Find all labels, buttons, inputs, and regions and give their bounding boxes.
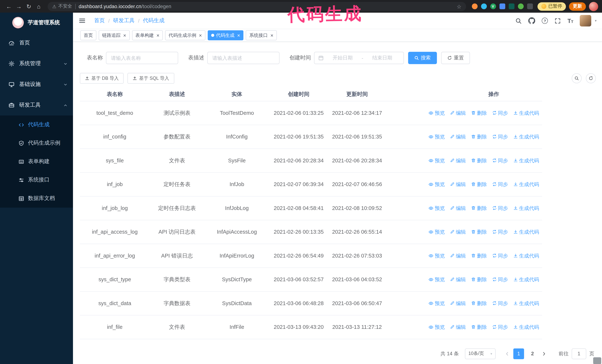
generate-code-link[interactable]: 生成代码 bbox=[513, 228, 539, 236]
tab[interactable]: 首页 bbox=[80, 30, 96, 40]
prev-page-button[interactable] bbox=[503, 348, 512, 359]
import-db-button[interactable]: 基于 DB 导入 bbox=[80, 73, 124, 84]
breadcrumb-home[interactable]: 首页 bbox=[94, 17, 105, 24]
sync-link[interactable]: 同步 bbox=[492, 323, 508, 332]
github-icon[interactable] bbox=[528, 17, 535, 24]
help-icon[interactable]: ? bbox=[542, 18, 548, 24]
edit-link[interactable]: 编辑 bbox=[450, 299, 466, 308]
edit-link[interactable]: 编辑 bbox=[450, 180, 466, 189]
fullscreen-icon[interactable] bbox=[554, 17, 561, 24]
table-desc-input[interactable] bbox=[207, 52, 280, 64]
generate-code-link[interactable]: 生成代码 bbox=[513, 204, 539, 213]
delete-link[interactable]: 删除 bbox=[471, 275, 487, 284]
delete-link[interactable]: 删除 bbox=[471, 108, 487, 117]
tab[interactable]: 系统接口 × bbox=[246, 30, 277, 40]
edit-link[interactable]: 编辑 bbox=[450, 204, 466, 213]
delete-link[interactable]: 删除 bbox=[471, 156, 487, 165]
sidebar-item-system[interactable]: 系统管理 bbox=[0, 53, 73, 74]
sidebar-item-db-doc[interactable]: 数据库文档 bbox=[0, 189, 73, 208]
tab[interactable]: 表单构建 × bbox=[132, 30, 163, 40]
tab[interactable]: 链路追踪 × bbox=[99, 30, 130, 40]
goto-page-input[interactable] bbox=[572, 348, 586, 359]
generate-code-link[interactable]: 生成代码 bbox=[513, 275, 539, 284]
delete-link[interactable]: 删除 bbox=[471, 323, 487, 332]
tab-close-icon[interactable]: × bbox=[270, 33, 273, 38]
table-name-input[interactable] bbox=[106, 52, 178, 64]
sidebar-item-devtools[interactable]: 研发工具 bbox=[0, 95, 73, 115]
edit-link[interactable]: 编辑 bbox=[450, 156, 466, 165]
preview-link[interactable]: 预览 bbox=[429, 275, 445, 284]
extension-icon-6[interactable] bbox=[517, 2, 524, 10]
generate-code-link[interactable]: 生成代码 bbox=[513, 323, 539, 332]
floating-widget[interactable] bbox=[593, 357, 601, 364]
sync-link[interactable]: 同步 bbox=[492, 156, 508, 165]
extension-icon-4[interactable] bbox=[498, 2, 506, 10]
sidebar-item-codegen[interactable]: 代码生成 bbox=[0, 115, 73, 134]
sync-link[interactable]: 同步 bbox=[492, 204, 508, 213]
edit-link[interactable]: 编辑 bbox=[450, 228, 466, 236]
preview-link[interactable]: 预览 bbox=[429, 251, 445, 260]
preview-link[interactable]: 预览 bbox=[429, 299, 445, 308]
sidebar-item-home[interactable]: 首页 bbox=[0, 32, 73, 53]
extension-icon-2[interactable] bbox=[480, 2, 487, 10]
date-range-picker[interactable]: 开始日期 - 结束日期 bbox=[314, 52, 404, 64]
tab[interactable]: 代码生成示例 × bbox=[165, 30, 205, 40]
generate-code-link[interactable]: 生成代码 bbox=[513, 132, 539, 141]
hamburger-icon[interactable] bbox=[79, 17, 86, 24]
sidebar-item-codegen-example[interactable]: 代码生成示例 bbox=[0, 134, 73, 152]
tab-close-icon[interactable]: × bbox=[157, 33, 160, 38]
browser-profile-avatar[interactable] bbox=[589, 2, 598, 11]
sync-link[interactable]: 同步 bbox=[492, 180, 508, 189]
preview-link[interactable]: 预览 bbox=[429, 180, 445, 189]
delete-link[interactable]: 删除 bbox=[471, 228, 487, 236]
edit-link[interactable]: 编辑 bbox=[450, 275, 466, 284]
preview-link[interactable]: 预览 bbox=[429, 156, 445, 165]
extension-icon-1[interactable] bbox=[471, 2, 478, 10]
import-sql-button[interactable]: 基于 SQL 导入 bbox=[128, 73, 174, 84]
delete-link[interactable]: 删除 bbox=[471, 180, 487, 189]
generate-code-link[interactable]: 生成代码 bbox=[513, 156, 539, 165]
reset-button[interactable]: 重置 bbox=[441, 52, 470, 64]
preview-link[interactable]: 预览 bbox=[429, 228, 445, 236]
address-bar[interactable]: ⚠ 不安全 dashboard.yudao.iocoder.cn/tool/co… bbox=[48, 2, 466, 11]
extension-icon-5[interactable] bbox=[507, 2, 515, 10]
delete-link[interactable]: 删除 bbox=[471, 204, 487, 213]
extension-puzzle-icon[interactable] bbox=[526, 2, 534, 10]
tab-close-icon[interactable]: × bbox=[123, 33, 126, 38]
breadcrumb-devtools[interactable]: 研发工具 bbox=[113, 17, 135, 24]
back-icon[interactable]: ← bbox=[4, 1, 14, 11]
refresh-table-button[interactable] bbox=[586, 73, 596, 83]
delete-link[interactable]: 删除 bbox=[471, 299, 487, 308]
sidebar-item-infra[interactable]: 基础设施 bbox=[0, 74, 73, 95]
caret-down-icon[interactable]: ▾ bbox=[595, 19, 597, 23]
sync-link[interactable]: 同步 bbox=[492, 228, 508, 236]
tab[interactable]: 代码生成 × bbox=[208, 30, 244, 40]
tab-close-icon[interactable]: × bbox=[199, 33, 202, 38]
search-icon[interactable] bbox=[515, 17, 522, 24]
delete-link[interactable]: 删除 bbox=[471, 251, 487, 260]
tab-close-icon[interactable]: × bbox=[237, 33, 240, 38]
bookmark-star-icon[interactable]: ☆ bbox=[457, 3, 462, 10]
home-icon[interactable]: ⌂ bbox=[34, 1, 44, 11]
preview-link[interactable]: 预览 bbox=[429, 204, 445, 213]
next-page-button[interactable] bbox=[539, 348, 549, 359]
sidebar-item-form-builder[interactable]: 表单构建 bbox=[0, 152, 73, 171]
preview-link[interactable]: 预览 bbox=[429, 108, 445, 117]
sync-link[interactable]: 同步 bbox=[492, 275, 508, 284]
preview-link[interactable]: 预览 bbox=[429, 323, 445, 332]
forward-icon[interactable]: → bbox=[14, 1, 24, 11]
font-size-icon[interactable]: TT bbox=[568, 18, 573, 23]
generate-code-link[interactable]: 生成代码 bbox=[513, 299, 539, 308]
paused-badge[interactable]: 已暂停 bbox=[538, 2, 566, 10]
search-button[interactable]: 搜索 bbox=[408, 52, 437, 64]
delete-link[interactable]: 删除 bbox=[471, 132, 487, 141]
reload-icon[interactable]: ↻ bbox=[24, 1, 34, 11]
toggle-search-button[interactable] bbox=[572, 73, 582, 83]
sync-link[interactable]: 同步 bbox=[492, 251, 508, 260]
sync-link[interactable]: 同步 bbox=[492, 108, 508, 117]
sidebar-item-api[interactable]: 系统接口 bbox=[0, 171, 73, 189]
preview-link[interactable]: 预览 bbox=[429, 132, 445, 141]
generate-code-link[interactable]: 生成代码 bbox=[513, 108, 539, 117]
sync-link[interactable]: 同步 bbox=[492, 299, 508, 308]
edit-link[interactable]: 编辑 bbox=[450, 251, 466, 260]
